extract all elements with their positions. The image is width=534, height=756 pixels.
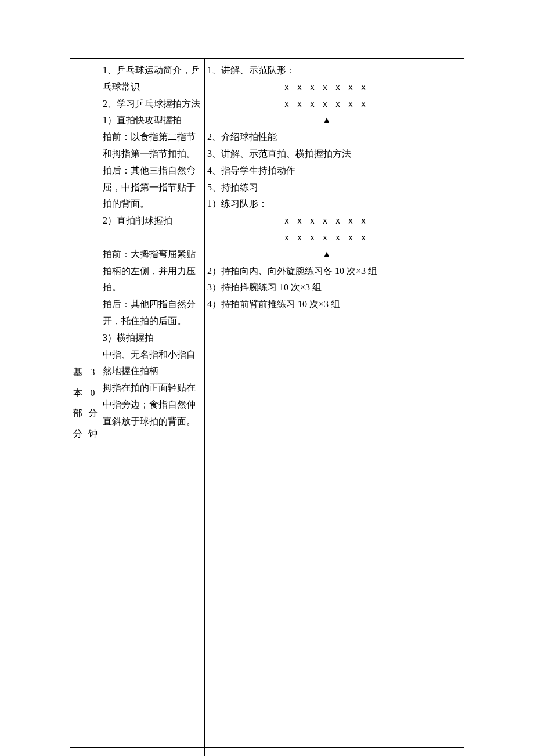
section-header-cell: 部 分 <box>70 747 85 756</box>
time-cell: 3 0 分 钟 <box>85 59 100 748</box>
formation-row: ｘｘｘｘｘｘｘ <box>207 96 446 113</box>
content-line: 拍前：大拇指弯屈紧贴拍柄的左侧，并用力压拍。 <box>103 246 202 296</box>
note-cell <box>449 59 464 748</box>
content-line: 1、乒乓球运动简介，乒乓球常识 <box>103 62 202 96</box>
time-char: 分 <box>88 403 98 423</box>
time-header-char: 时 <box>88 751 98 756</box>
content-line: 2）直拍削球握拍 <box>103 213 202 229</box>
main-row: 基 本 部 分 3 0 分 钟 1、乒乓球运动简介，乒乓球常识 2、学习乒乓球握… <box>70 59 464 748</box>
formation-row: ｘｘｘｘｘｘｘ <box>207 79 446 96</box>
note-header-char: 备 <box>452 751 461 756</box>
content-line: 2、学习乒乓球握拍方法 <box>103 96 202 113</box>
content-line: 中指、无名指和小指自然地握住拍柄 <box>103 347 202 380</box>
method-line: 2）持拍向内、向外旋腕练习各 10 次×3 组 <box>207 263 446 280</box>
content-line: 1）直拍快攻型握拍 <box>103 112 202 129</box>
method-line: 3、讲解、示范直拍、横拍握拍方法 <box>207 146 446 163</box>
header-row: 部 分 时 间 内容 组 织 教 法 备 注 <box>70 747 464 756</box>
method-line: 4）持拍前臂前推练习 10 次×3 组 <box>207 296 446 313</box>
section-char: 本 <box>73 383 82 403</box>
time-char: 0 <box>88 383 98 403</box>
section-char: 部 <box>73 403 82 423</box>
method-line: 1、讲解、示范队形： <box>207 62 446 79</box>
content-line: 拇指在拍的正面轻贴在中指旁边；食指自然伸直斜放于球拍的背面。 <box>103 380 202 430</box>
time-header-cell: 时 间 <box>85 747 100 756</box>
time-char: 3 <box>88 362 98 382</box>
formation-row: ｘｘｘｘｘｘｘ <box>207 213 446 229</box>
content-line: 拍后：其他三指自然弯屈，中指第一指节贴于拍的背面。 <box>103 163 202 213</box>
section-cell: 基 本 部 分 <box>70 59 85 748</box>
method-line: 3）持拍抖腕练习 10 次×3 组 <box>207 279 446 296</box>
content-line: 3）横拍握拍 <box>103 330 202 347</box>
content-cell: 1、乒乓球运动简介，乒乓球常识 2、学习乒乓球握拍方法 1）直拍快攻型握拍 拍前… <box>100 59 205 748</box>
section-header-char: 部 <box>73 751 82 756</box>
method-line: 1）练习队形： <box>207 196 446 213</box>
content-line: 拍前：以食指第二指节和拇指第一指节扣拍。 <box>103 129 202 163</box>
method-header-cell: 组 织 教 法 <box>205 747 449 756</box>
formation-row: ｘｘｘｘｘｘｘ <box>207 229 446 246</box>
method-line: 2、介绍球拍性能 <box>207 129 446 146</box>
method-line: 5、持拍练习 <box>207 179 446 196</box>
formation-teacher-icon: ▲ <box>207 246 446 263</box>
content-spacer <box>103 430 202 744</box>
lesson-plan-table: 基 本 部 分 3 0 分 钟 1、乒乓球运动简介，乒乓球常识 2、学习乒乓球握… <box>70 58 464 756</box>
content-line <box>103 229 202 246</box>
note-header-cell: 备 注 <box>449 747 464 756</box>
method-line: 4、指导学生持拍动作 <box>207 163 446 179</box>
time-char: 钟 <box>88 423 98 444</box>
method-cell: 1、讲解、示范队形： ｘｘｘｘｘｘｘ ｘｘｘｘｘｘｘ ▲ 2、介绍球拍性能 3、… <box>205 59 449 748</box>
content-header-cell: 内容 <box>100 747 205 756</box>
formation-teacher-icon: ▲ <box>207 112 446 129</box>
section-char: 基 <box>73 362 82 382</box>
section-char: 分 <box>73 423 82 444</box>
content-line: 拍后：其他四指自然分开，托住拍的后面。 <box>103 296 202 330</box>
